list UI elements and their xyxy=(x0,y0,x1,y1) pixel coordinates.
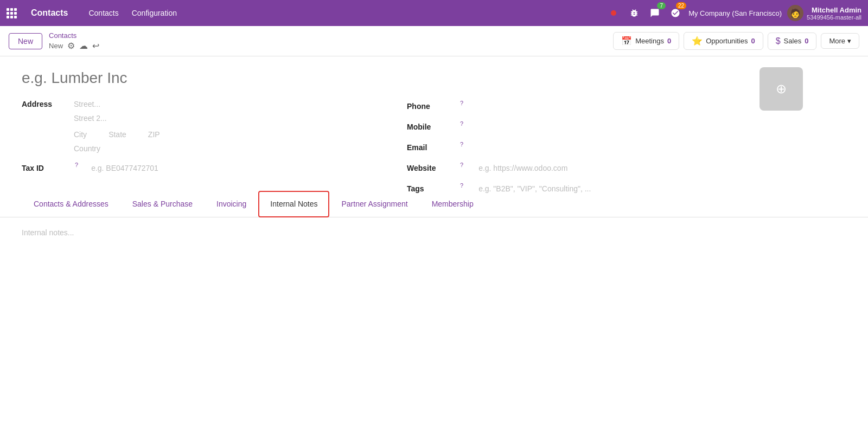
opportunities-label: Opportunities xyxy=(706,37,748,45)
new-button[interactable]: New xyxy=(9,33,42,49)
tags-label: Tags xyxy=(407,182,450,193)
app-grid-icon[interactable] xyxy=(7,8,17,18)
zip-input[interactable]: ZIP xyxy=(148,128,160,139)
city-input[interactable]: City xyxy=(74,128,87,139)
more-label: More xyxy=(829,37,845,45)
more-chevron-icon: ▾ xyxy=(847,37,851,45)
navbar: Contacts Contacts Configuration 7 22 My … xyxy=(0,0,868,26)
user-info: Mitchell Admin 53499456-master-all xyxy=(807,6,861,21)
sales-button[interactable]: $ Sales 0 xyxy=(768,33,817,50)
navbar-configuration[interactable]: Configuration xyxy=(126,5,182,21)
mobile-help-icon[interactable]: ? xyxy=(460,120,463,127)
tags-input[interactable]: e.g. "B2B", "VIP", "Consulting", ... xyxy=(478,182,591,193)
website-input[interactable]: e.g. https://www.odoo.com xyxy=(478,162,567,172)
tab-partner-assignment[interactable]: Partner Assignment xyxy=(329,191,419,217)
red-dot xyxy=(611,10,616,16)
settings-icon[interactable]: ⚙ xyxy=(67,41,75,51)
messages-icon[interactable]: 7 xyxy=(647,5,662,21)
meetings-label: Meetings xyxy=(635,37,664,45)
app-name: Contacts xyxy=(31,8,68,18)
company-name-input[interactable] xyxy=(22,69,792,87)
street-input[interactable]: Street... xyxy=(74,98,100,108)
meetings-count: 0 xyxy=(667,37,671,45)
more-button[interactable]: More ▾ xyxy=(821,33,859,49)
tab-invoicing[interactable]: Invoicing xyxy=(205,191,258,217)
mobile-label: Mobile xyxy=(407,120,450,131)
meetings-icon: 📅 xyxy=(621,36,632,46)
street2-input[interactable]: Street 2... xyxy=(74,112,107,123)
breadcrumb-parent[interactable]: Contacts xyxy=(49,31,99,40)
activities-icon[interactable]: 22 xyxy=(668,5,683,21)
opportunities-button[interactable]: ⭐ Opportunities 0 xyxy=(684,32,763,50)
state-input[interactable]: State xyxy=(108,128,126,139)
email-group: Email ? xyxy=(407,141,781,152)
taxid-help-icon[interactable]: ? xyxy=(75,162,78,168)
phone-help-icon[interactable]: ? xyxy=(460,100,463,106)
bug-icon[interactable] xyxy=(627,5,642,21)
tags-help-icon[interactable]: ? xyxy=(460,182,463,189)
navbar-menu: Contacts Configuration xyxy=(83,5,595,21)
phone-label: Phone xyxy=(407,100,450,111)
company-name: My Company (San Francisco) xyxy=(688,9,782,17)
toolbar: New Contacts New ⚙ ☁ ↩ 📅 Meetings 0 ⭐ Op… xyxy=(0,26,868,56)
breadcrumb: Contacts New ⚙ ☁ ↩ xyxy=(49,31,99,51)
address-label: Address xyxy=(22,98,65,108)
navbar-contacts[interactable]: Contacts xyxy=(83,5,124,21)
breadcrumb-current: New xyxy=(49,42,63,50)
tags-group: Tags ? e.g. "B2B", "VIP", "Consulting", … xyxy=(407,182,781,193)
taxid-input[interactable]: e.g. BE0477472701 xyxy=(91,162,158,172)
website-group: Website ? e.g. https://www.odoo.com xyxy=(407,162,781,172)
country-input[interactable]: Country xyxy=(74,142,100,153)
website-label: Website xyxy=(407,162,450,172)
user-avatar: 🧑 xyxy=(787,5,803,21)
tab-sales-purchase[interactable]: Sales & Purchase xyxy=(120,191,205,217)
form-area: ⊕ Address Street... Street 2... City Sta… xyxy=(0,56,814,191)
user-menu[interactable]: 🧑 Mitchell Admin 53499456-master-all xyxy=(787,5,861,21)
upload-icon[interactable]: ☁ xyxy=(79,41,88,51)
activities-badge: 22 xyxy=(676,2,686,9)
sales-count: 0 xyxy=(805,37,808,45)
sales-label: Sales xyxy=(784,37,802,45)
website-help-icon[interactable]: ? xyxy=(460,162,463,168)
internal-notes-placeholder[interactable]: Internal notes... xyxy=(22,228,74,237)
opportunities-count: 0 xyxy=(751,37,755,45)
user-subtitle: 53499456-master-all xyxy=(807,14,861,21)
email-label: Email xyxy=(407,141,450,152)
phone-group: Phone ? xyxy=(407,100,781,111)
tab-internal-notes[interactable]: Internal Notes xyxy=(258,191,329,217)
messages-badge: 7 xyxy=(657,2,666,9)
sales-icon: $ xyxy=(776,36,781,46)
navbar-right: 7 22 My Company (San Francisco) 🧑 Mitche… xyxy=(606,5,861,21)
tab-contacts-addresses[interactable]: Contacts & Addresses xyxy=(22,191,120,217)
tab-content-internal-notes: Internal notes... xyxy=(0,217,868,282)
smart-buttons: 📅 Meetings 0 ⭐ Opportunities 0 $ Sales 0… xyxy=(613,32,859,50)
recording-indicator xyxy=(606,5,621,21)
breadcrumb-bottom: New ⚙ ☁ ↩ xyxy=(49,41,99,51)
undo-icon[interactable]: ↩ xyxy=(92,41,99,51)
main-content: ⊕ Address Street... Street 2... City Sta… xyxy=(0,56,868,437)
taxid-label: Tax ID xyxy=(22,162,65,172)
add-photo-icon: ⊕ xyxy=(776,81,787,97)
user-name: Mitchell Admin xyxy=(807,6,861,14)
mobile-group: Mobile ? xyxy=(407,120,781,131)
right-fields: Phone ? Mobile ? Email ? Website ? e.g. … xyxy=(407,100,781,198)
email-help-icon[interactable]: ? xyxy=(460,141,463,147)
opportunities-icon: ⭐ xyxy=(692,36,703,46)
meetings-button[interactable]: 📅 Meetings 0 xyxy=(613,32,679,50)
